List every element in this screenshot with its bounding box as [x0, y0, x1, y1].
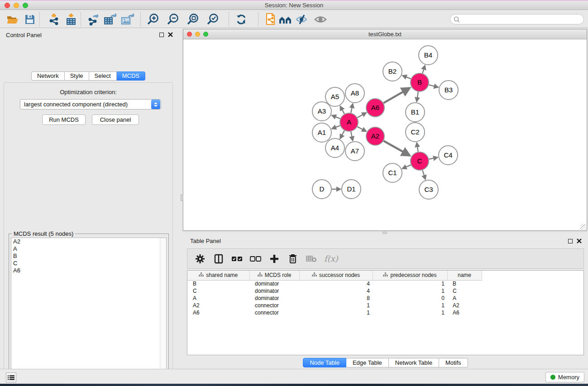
graph-node-A6[interactable]: A6: [366, 99, 384, 117]
graph-node-D1[interactable]: D1: [342, 180, 361, 199]
graph-node-A8[interactable]: A8: [345, 84, 364, 103]
column-header[interactable]: predecessor nodes: [373, 271, 447, 280]
table-row[interactable]: Bdominator41B: [187, 280, 482, 287]
network-from-file-icon[interactable]: [263, 12, 278, 27]
zoom-out-icon[interactable]: [166, 12, 180, 27]
import-table-icon[interactable]: [64, 12, 78, 27]
table-row[interactable]: A6connector11A6: [187, 309, 482, 316]
refresh-icon[interactable]: [234, 12, 249, 27]
zoom-selected-icon[interactable]: [206, 12, 220, 27]
graph-node-C4[interactable]: C4: [439, 146, 458, 165]
export-image-icon[interactable]: [120, 12, 135, 27]
graph-edge[interactable]: [358, 127, 366, 131]
graph-node-B2[interactable]: B2: [383, 62, 402, 81]
network-canvas[interactable]: B4B2BB3A5A8A6A3B1AA1C2A2A4A7CC4C1C3DD1: [183, 39, 587, 230]
result-list-item[interactable]: C: [11, 260, 166, 267]
graph-node-C2[interactable]: C2: [406, 123, 425, 142]
horizontal-splitter-handle[interactable]: [382, 232, 387, 234]
graph-node-A5[interactable]: A5: [325, 87, 344, 106]
tab-network[interactable]: Network: [31, 71, 65, 81]
graph-edge[interactable]: [402, 76, 411, 79]
column-header[interactable]: MCDS role: [249, 271, 299, 280]
show-all-icon[interactable]: [313, 12, 328, 27]
search-input[interactable]: [450, 14, 584, 24]
vertical-splitter-handle[interactable]: [181, 195, 183, 201]
graph-edge[interactable]: [383, 141, 410, 155]
graph-node-B1[interactable]: B1: [406, 103, 425, 122]
graph-node-A7[interactable]: A7: [345, 142, 364, 161]
tab-mcds[interactable]: MCDS: [117, 71, 145, 81]
graph-edge[interactable]: [422, 170, 425, 179]
open-file-icon[interactable]: [5, 12, 20, 27]
column-header[interactable]: successor nodes: [299, 271, 373, 280]
graph-edge[interactable]: [332, 126, 340, 129]
optimization-criterion-select[interactable]: largest connected component (directed): [20, 99, 161, 110]
graph-node-B4[interactable]: B4: [419, 46, 438, 65]
graph-edge[interactable]: [402, 165, 411, 168]
export-network-icon[interactable]: [86, 12, 100, 27]
tab-style[interactable]: Style: [65, 71, 89, 81]
column-visibility-icon[interactable]: [213, 253, 225, 265]
result-list-item[interactable]: A2: [11, 238, 166, 245]
graph-node-A3[interactable]: A3: [312, 102, 331, 121]
first-neighbors-icon[interactable]: [278, 12, 293, 27]
graph-node-A4[interactable]: A4: [325, 138, 344, 157]
graph-edge[interactable]: [417, 143, 418, 152]
network-window-titlebar[interactable]: testGlobe.txt: [183, 29, 587, 39]
graph-edge[interactable]: [340, 106, 344, 114]
graph-node-C1[interactable]: C1: [383, 163, 402, 182]
function-builder-icon[interactable]: f(x): [324, 254, 338, 263]
column-header[interactable]: shared name: [187, 271, 249, 280]
save-session-icon[interactable]: [23, 12, 37, 27]
graph-edge[interactable]: [351, 132, 353, 141]
select-all-columns-icon[interactable]: [231, 253, 243, 265]
add-column-icon[interactable]: [268, 253, 280, 265]
graph-edge[interactable]: [351, 104, 353, 113]
tab-select[interactable]: Select: [89, 71, 117, 81]
graph-edge[interactable]: [332, 115, 340, 119]
graph-edge[interactable]: [417, 92, 418, 102]
table-row[interactable]: Cdominator41C: [187, 287, 482, 295]
close-table-panel-icon[interactable]: [577, 238, 582, 243]
graph-node-D[interactable]: D: [312, 180, 331, 199]
gear-icon[interactable]: [194, 253, 206, 265]
hide-selected-icon[interactable]: [294, 12, 309, 27]
zoom-in-icon[interactable]: [146, 12, 160, 27]
graph-node-B[interactable]: B: [411, 73, 429, 91]
resize-grip-icon[interactable]: [580, 224, 586, 230]
task-history-button[interactable]: [6, 372, 16, 382]
memory-button[interactable]: Memory: [545, 372, 584, 382]
graph-node-C3[interactable]: C3: [419, 180, 438, 199]
close-panel-icon[interactable]: [168, 32, 173, 37]
import-network-icon[interactable]: [47, 12, 61, 27]
run-mcds-button[interactable]: Run MCDS: [42, 114, 86, 125]
result-list-item[interactable]: A: [11, 245, 166, 253]
node-table[interactable]: shared nameMCDS rolesuccessor nodesprede…: [187, 270, 584, 355]
mcds-result-list[interactable]: A2ABCA6: [11, 238, 167, 385]
delete-table-icon[interactable]: [306, 253, 317, 265]
graph-edge[interactable]: [383, 88, 410, 103]
result-scrollbar[interactable]: [160, 238, 166, 385]
close-panel-button[interactable]: Close panel: [92, 114, 139, 125]
tab-network-table[interactable]: Network Table: [389, 358, 439, 367]
table-row[interactable]: Adominator80A: [187, 295, 482, 302]
zoom-fit-icon[interactable]: [186, 12, 200, 27]
delete-column-icon[interactable]: [287, 253, 299, 265]
graph-edge[interactable]: [422, 66, 425, 73]
result-list-item[interactable]: A6: [11, 267, 166, 274]
tab-node-table[interactable]: Node Table: [303, 358, 346, 367]
graph-edge[interactable]: [429, 85, 438, 87]
column-header[interactable]: name: [447, 271, 482, 280]
export-table-icon[interactable]: [103, 12, 118, 27]
graph-node-A2[interactable]: A2: [366, 127, 384, 145]
graph-edge[interactable]: [429, 157, 438, 159]
graph-node-B3[interactable]: B3: [439, 81, 458, 100]
tab-edge-table[interactable]: Edge Table: [346, 358, 389, 367]
graph-edge[interactable]: [340, 130, 344, 138]
graph-node-A[interactable]: A: [340, 113, 358, 131]
tab-motifs[interactable]: Motifs: [439, 358, 468, 367]
graph-node-A1[interactable]: A1: [312, 123, 331, 142]
graph-edge[interactable]: [357, 113, 366, 118]
float-table-panel-icon[interactable]: [568, 239, 573, 243]
graph-node-C[interactable]: C: [411, 152, 429, 170]
